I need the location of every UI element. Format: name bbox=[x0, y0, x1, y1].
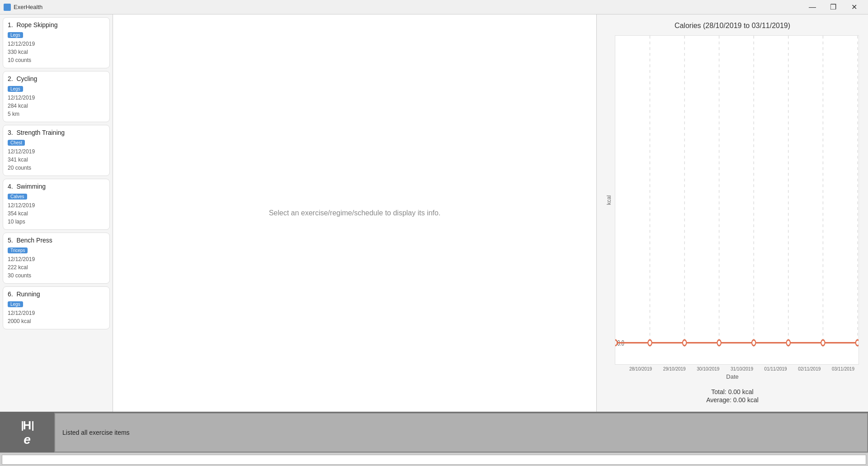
x-axis-date-label: 03/11/2019 bbox=[827, 366, 859, 371]
x-axis-date-label: 28/10/2019 bbox=[625, 366, 656, 371]
exercise-list[interactable]: 1. Rope Skipping Legs 12/12/2019330 kcal… bbox=[0, 14, 113, 412]
command-input[interactable] bbox=[2, 455, 866, 465]
svg-point-13 bbox=[752, 340, 755, 346]
titlebar-left: ExerHealth bbox=[4, 4, 42, 11]
svg-point-12 bbox=[717, 340, 721, 346]
input-bar bbox=[0, 452, 868, 466]
exercise-detail: 12/12/2019330 kcal10 counts bbox=[8, 40, 105, 64]
exercise-item[interactable]: 5. Bench Press Triceps 12/12/2019222 kca… bbox=[3, 233, 110, 284]
svg-point-16 bbox=[856, 340, 859, 346]
x-axis: 28/10/201929/10/201930/10/201931/10/2019… bbox=[606, 366, 859, 371]
exercise-detail: 12/12/2019354 kcal10 laps bbox=[8, 201, 105, 226]
close-button[interactable]: ✕ bbox=[844, 0, 864, 14]
status-icon-area: | H | e bbox=[0, 413, 54, 452]
exercise-tag: Calves bbox=[8, 194, 27, 200]
exercise-tag: Triceps bbox=[8, 247, 28, 253]
y-axis-label: kcal bbox=[606, 35, 612, 365]
exercise-item[interactable]: 6. Running Legs 12/12/20192000 kcal bbox=[3, 286, 110, 329]
status-message-area: Listed all exercise items bbox=[54, 413, 868, 452]
center-placeholder: Select an exercise/regime/schedule to di… bbox=[269, 209, 441, 217]
exercise-title: 3. Strength Training bbox=[8, 129, 105, 136]
maximize-button[interactable]: ❐ bbox=[823, 0, 844, 14]
right-panel: Calories (28/10/2019 to 03/11/2019) kcal bbox=[597, 14, 868, 412]
exercise-item[interactable]: 3. Strength Training Chest 12/12/2019341… bbox=[3, 125, 110, 176]
x-axis-date-label: 01/11/2019 bbox=[760, 366, 792, 371]
titlebar: ExerHealth — ❐ ✕ bbox=[0, 0, 868, 14]
exercise-title: 1. Rope Skipping bbox=[8, 21, 105, 29]
exercise-tag: Legs bbox=[8, 301, 23, 307]
exercise-tag: Chest bbox=[8, 140, 25, 146]
chart-title: Calories (28/10/2019 to 03/11/2019) bbox=[606, 22, 859, 30]
status-message: Listed all exercise items bbox=[62, 429, 130, 436]
chart-inner: kcal 0.0 bbox=[606, 35, 859, 365]
left-panel: 1. Rope Skipping Legs 12/12/2019330 kcal… bbox=[0, 14, 113, 412]
titlebar-controls: — ❐ ✕ bbox=[802, 0, 864, 14]
exercise-item[interactable]: 1. Rope Skipping Legs 12/12/2019330 kcal… bbox=[3, 17, 110, 68]
app-title: ExerHealth bbox=[14, 4, 42, 10]
exercise-detail: 12/12/2019284 kcal5 km bbox=[8, 94, 105, 118]
status-bar: | H | e Listed all exercise items bbox=[0, 412, 868, 452]
exercise-title: 4. Swimming bbox=[8, 183, 105, 190]
x-axis-date-label: 31/10/2019 bbox=[726, 366, 758, 371]
exercise-tag: Legs bbox=[8, 86, 23, 92]
x-axis-date-label: 02/11/2019 bbox=[793, 366, 825, 371]
x-axis-date-label: 30/10/2019 bbox=[692, 366, 724, 371]
chart-total: Total: 0.00 kcal bbox=[606, 388, 859, 395]
x-axis-title: Date bbox=[606, 373, 859, 380]
svg-point-10 bbox=[648, 340, 651, 346]
svg-point-9 bbox=[615, 340, 617, 346]
chart-area: kcal 0.0 bbox=[606, 35, 859, 380]
exercise-detail: 12/12/2019222 kcal30 counts bbox=[8, 255, 105, 280]
chart-average: Average: 0.00 kcal bbox=[606, 396, 859, 404]
chart-svg: 0.0 bbox=[615, 36, 859, 364]
x-axis-date-label: 29/10/2019 bbox=[659, 366, 690, 371]
minimize-button[interactable]: — bbox=[802, 0, 823, 14]
chart-summary: Total: 0.00 kcal Average: 0.00 kcal bbox=[606, 387, 859, 404]
exercise-detail: 12/12/20192000 kcal bbox=[8, 309, 105, 325]
svg-point-14 bbox=[787, 340, 790, 346]
chart-plot: 0.0 bbox=[615, 35, 859, 365]
app-icon bbox=[4, 4, 11, 11]
exercise-title: 2. Cycling bbox=[8, 75, 105, 82]
exercise-title: 5. Bench Press bbox=[8, 237, 105, 244]
exercise-title: 6. Running bbox=[8, 290, 105, 298]
main-layout: 1. Rope Skipping Legs 12/12/2019330 kcal… bbox=[0, 14, 868, 412]
exercise-tag: Legs bbox=[8, 32, 23, 38]
exercise-detail: 12/12/2019341 kcal20 counts bbox=[8, 147, 105, 172]
exercise-item[interactable]: 4. Swimming Calves 12/12/2019354 kcal10 … bbox=[3, 179, 110, 230]
svg-point-11 bbox=[683, 340, 686, 346]
center-panel: Select an exercise/regime/schedule to di… bbox=[113, 14, 597, 412]
exercise-item[interactable]: 2. Cycling Legs 12/12/2019284 kcal5 km bbox=[3, 71, 110, 122]
svg-point-15 bbox=[821, 340, 825, 346]
